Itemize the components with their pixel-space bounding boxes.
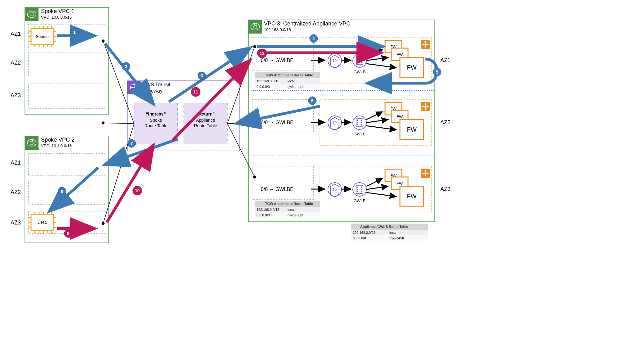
svg-line-184: [227, 124, 255, 177]
svg-line-142: [366, 193, 396, 197]
diagram-canvas: AZ1 AZ2 AZ3 AZ1 AZ2 AZ3 AZ1 AZ2 AZ3 Spok…: [0, 0, 466, 252]
svg-text:7: 7: [130, 141, 133, 146]
svg-rect-29: [29, 182, 105, 204]
svg-text:FW: FW: [407, 64, 416, 71]
svg-line-90: [366, 64, 396, 68]
vpc3-az2-label: AZ2: [440, 119, 451, 125]
vpc1-az2-label: AZ2: [11, 60, 21, 66]
vpc2-az1-label: AZ1: [11, 160, 21, 166]
svg-point-121: [353, 183, 366, 196]
svg-rect-117: [252, 166, 314, 200]
svg-text:12: 12: [260, 51, 265, 56]
svg-text:8: 8: [61, 189, 63, 194]
gwlb-icon: [353, 54, 366, 67]
gwlb-icon: [353, 183, 366, 196]
return-rt-l3: Route Table: [194, 123, 217, 128]
svg-text:9: 9: [67, 231, 70, 236]
svg-text:local: local: [288, 79, 295, 83]
svg-rect-91: [252, 99, 314, 133]
dest-instance-icon: Dest.: [29, 212, 56, 233]
vpc3-cidr: 192.168.0.0/16: [264, 27, 291, 32]
svg-point-97: [357, 120, 358, 121]
svg-point-69: [353, 54, 366, 67]
gwlbe-icon: [328, 54, 342, 68]
svg-text:10: 10: [135, 188, 140, 193]
vpc1-cidr: VPC: 10.0.0.0/16: [41, 15, 72, 20]
svg-text:gwlbe-az1: gwlbe-az1: [288, 85, 303, 88]
vpc1-az3-label: AZ3: [11, 92, 21, 98]
svg-text:192.168.0.0/16: 192.168.0.0/16: [353, 231, 375, 234]
source-instance-icon: Source: [29, 26, 56, 47]
svg-rect-22: [29, 52, 105, 77]
svg-point-53: [134, 84, 135, 85]
svg-text:FW: FW: [397, 52, 403, 57]
gwlb-az2-label: GWLB: [354, 132, 365, 136]
svg-text:FW: FW: [397, 181, 403, 186]
vpc1-title: Spoke VPC 1: [41, 8, 75, 14]
vpc2-az3-label: AZ3: [11, 220, 21, 226]
svg-point-75: [357, 62, 358, 63]
fw-stack-az3: FW FW FW: [385, 169, 424, 206]
svg-point-73: [357, 60, 358, 61]
svg-text:Appliance/GWLB Route Table: Appliance/GWLB Route Table: [360, 225, 408, 229]
vpc2-az2-label: AZ2: [11, 189, 21, 195]
svg-line-178: [103, 124, 134, 224]
return-rt-l2: Appliance: [196, 118, 215, 123]
svg-point-93: [328, 116, 342, 129]
gwlb-icon: [353, 116, 366, 129]
vpc2-title: Spoke VPC 2: [41, 137, 75, 143]
svg-line-114: [366, 112, 383, 120]
svg-line-141: [366, 186, 388, 189]
gwlb-az1-label: GWLB: [354, 70, 365, 74]
svg-point-128: [361, 191, 362, 192]
svg-text:local: local: [389, 231, 397, 234]
fw-stack-az1: FW FW FW: [385, 40, 424, 77]
expand-icon: [421, 40, 430, 49]
svg-text:FW: FW: [407, 193, 416, 200]
svg-rect-23: [29, 84, 105, 109]
svg-point-101: [357, 124, 358, 125]
vpc1-box: Spoke VPC 1 VPC: 10.0.0.0/16 Source: [25, 7, 109, 114]
svg-text:192.168.0.0/16: 192.168.0.0/16: [256, 79, 279, 83]
svg-line-191: [51, 168, 98, 210]
svg-point-72: [361, 58, 362, 59]
svg-point-56: [137, 87, 138, 88]
svg-point-125: [357, 189, 358, 190]
svg-text:FW: FW: [407, 126, 416, 133]
fw-stack-az2: FW FW FW: [385, 102, 424, 139]
svg-text:TGW Attachment Route Table: TGW Attachment Route Table: [265, 73, 313, 77]
svg-point-102: [361, 124, 362, 125]
svg-rect-60: [248, 20, 262, 34]
ingress-rt-l2: Spoke: [150, 118, 162, 123]
svg-rect-0: [25, 7, 109, 114]
svg-point-95: [353, 116, 366, 129]
vpc3-az2: 0/0 → GWLBE GWLB FW FW FW: [252, 99, 432, 145]
route-az2: 0/0 → GWLBE: [261, 120, 293, 125]
source-label: Source: [36, 34, 48, 39]
svg-text:gwlbe-az3: gwlbe-az3: [288, 213, 303, 217]
svg-line-89: [366, 57, 388, 61]
svg-point-54: [134, 90, 135, 92]
expand-icon: [421, 102, 430, 111]
ingress-rt-l1: “Ingress”: [146, 111, 166, 116]
svg-text:192.168.0.0/16: 192.168.0.0/16: [256, 208, 279, 211]
svg-text:FW: FW: [397, 114, 403, 119]
rt-az3: TGW Attachment Route Table 192.168.0.0/1…: [255, 201, 320, 218]
svg-point-74: [361, 60, 362, 61]
svg-text:3: 3: [201, 73, 203, 78]
gwlbe-icon: [328, 116, 342, 130]
gwlb-az3-label: GWLB: [354, 198, 365, 203]
svg-text:6: 6: [311, 98, 314, 103]
svg-line-193: [107, 147, 152, 222]
svg-text:11: 11: [193, 89, 198, 94]
svg-point-55: [130, 87, 132, 88]
ingress-rt-l3: Route Table: [144, 123, 168, 128]
svg-line-180: [227, 47, 255, 124]
svg-text:local: local: [288, 208, 295, 211]
svg-text:0.0.0.0/0: 0.0.0.0/0: [256, 85, 270, 88]
vpc3-title: VPC 3: Centralized Appliance VPC: [264, 20, 350, 27]
svg-point-67: [328, 54, 342, 67]
vpc1-az1-label: AZ1: [11, 31, 21, 37]
svg-point-127: [357, 191, 358, 192]
svg-point-119: [328, 183, 342, 196]
